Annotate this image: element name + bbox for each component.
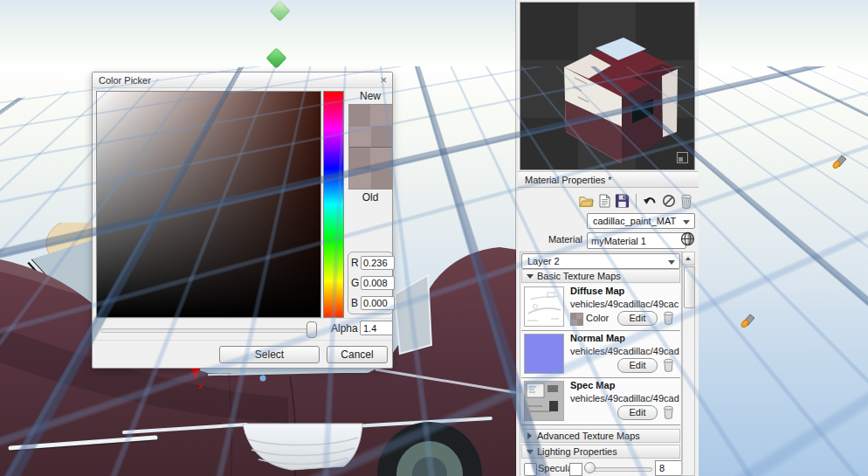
map-path: vehicles/49cadillac/49cad (570, 346, 679, 356)
red-channel-label: R (351, 257, 359, 269)
old-color-label: Old (348, 191, 392, 204)
color-picker-dialog: Color Picker × New Old R G B (92, 72, 393, 369)
material-select-value: cadillac_paint_MAT (593, 216, 676, 226)
trash-icon[interactable] (680, 194, 692, 209)
section-label: Lighting Properties (537, 446, 617, 457)
panel-title: Material Properties * (518, 171, 699, 188)
specular-slider-handle[interactable] (584, 462, 596, 473)
expand-preview-icon[interactable] (677, 152, 688, 163)
chevron-down-icon (668, 260, 675, 265)
material-name-label: Material (518, 234, 582, 245)
specular-slider-track[interactable] (588, 467, 652, 472)
diffuse-map-entry: Diffuse Map vehicles/49cadillac/49cac Co… (521, 284, 680, 331)
section-label: Advanced Texture Maps (537, 431, 640, 441)
panel-scrollbar[interactable] (682, 252, 695, 476)
diffuse-color-swatch[interactable] (570, 313, 583, 326)
material-name-input[interactable] (587, 232, 686, 249)
specular-color-swatch[interactable] (569, 463, 582, 476)
alpha-slider-handle[interactable] (307, 321, 317, 338)
spec-map-entry: Spec Map vehicles/49cadillac/49cad Edit (521, 378, 680, 425)
map-path: vehicles/49cadillac/49cad (570, 393, 679, 404)
edit-diffuse-button[interactable]: Edit (617, 311, 658, 326)
select-button[interactable]: Select (219, 346, 320, 363)
vertex-handle[interactable] (260, 376, 266, 382)
swatch-divider (349, 147, 392, 148)
spotlight-gizmo-right[interactable] (830, 153, 848, 169)
material-toolbar (578, 191, 692, 210)
scrollbar-thumb[interactable] (684, 266, 695, 308)
red-channel-input[interactable] (361, 256, 395, 270)
blue-channel-label: B (351, 297, 358, 309)
triangle-collapsed-icon (527, 432, 532, 439)
triangle-expanded-icon (527, 450, 534, 454)
green-channel-input[interactable] (361, 276, 395, 290)
dialog-titlebar[interactable]: Color Picker × (93, 72, 392, 88)
material-properties-panel: Material Properties * (516, 0, 699, 476)
axis-x-label: x (198, 382, 203, 390)
scroll-up-button[interactable] (683, 252, 694, 266)
alpha-input[interactable] (360, 321, 393, 335)
map-title: Normal Map (570, 333, 625, 343)
save-icon[interactable] (615, 194, 630, 208)
scroll-up-icon (685, 257, 691, 260)
saturation-value-field[interactable] (96, 91, 321, 318)
viewport-sky (0, 0, 868, 66)
undo-icon[interactable] (643, 195, 658, 208)
specular-row: Specular (521, 460, 680, 476)
normal-map-thumbnail[interactable] (524, 334, 564, 374)
alpha-label: Alpha (331, 322, 358, 335)
toolbar-separator (636, 194, 637, 209)
close-icon[interactable]: × (380, 72, 387, 87)
material-preview-3d[interactable] (520, 2, 695, 170)
layer-select-value: Layer 2 (527, 256, 560, 266)
layer-select[interactable]: Layer 2 (521, 253, 680, 269)
blue-channel-input[interactable] (361, 296, 395, 310)
preview-cube (520, 3, 694, 169)
green-channel-label: G (351, 277, 359, 289)
material-select[interactable]: cadillac_paint_MAT (587, 213, 695, 229)
specular-checkbox[interactable] (524, 463, 537, 476)
map-title: Diffuse Map (570, 286, 624, 296)
open-folder-icon[interactable] (578, 194, 595, 208)
cancel-button[interactable]: Cancel (327, 346, 388, 363)
new-document-icon[interactable] (599, 194, 610, 208)
normal-map-entry: Normal Map vehicles/49cadillac/49cad Edi… (521, 331, 680, 378)
section-advanced-texture-maps[interactable]: Advanced Texture Maps (521, 429, 680, 443)
dialog-buttons: Select Cancel (93, 340, 392, 369)
diffuse-map-thumbnail[interactable] (524, 286, 564, 327)
globe-icon[interactable] (680, 231, 695, 246)
application-window: x Color Picker × New Old R (0, 0, 868, 476)
triangle-expanded-icon (527, 274, 534, 279)
trash-icon[interactable] (663, 311, 674, 325)
trash-icon[interactable] (663, 405, 674, 419)
spec-map-thumbnail[interactable] (524, 381, 564, 421)
dialog-title: Color Picker (99, 75, 151, 86)
map-title: Spec Map (570, 380, 615, 390)
edit-normal-button[interactable]: Edit (617, 358, 658, 373)
trash-icon[interactable] (663, 358, 674, 372)
alpha-slider-track[interactable] (100, 328, 316, 333)
new-old-color-swatch (348, 104, 393, 190)
alpha-row: Alpha (93, 318, 392, 340)
panel-scroll-content: Layer 2 Basic Texture Maps (520, 252, 682, 476)
hue-slider[interactable] (323, 91, 344, 318)
rgb-fields: R G B (348, 252, 394, 314)
section-lighting-properties[interactable]: Lighting Properties (521, 445, 680, 459)
chevron-down-icon (683, 220, 690, 224)
diffuse-color-label: Color (586, 313, 609, 323)
specular-value-input[interactable] (655, 460, 682, 476)
edit-spec-button[interactable]: Edit (617, 405, 658, 420)
section-basic-texture-maps[interactable]: Basic Texture Maps (521, 269, 680, 283)
new-color-label: New (348, 90, 392, 102)
spotlight-gizmo-left[interactable] (739, 312, 756, 328)
no-entry-icon[interactable] (662, 194, 676, 208)
map-path: vehicles/49cadillac/49cac (570, 299, 679, 309)
section-label: Basic Texture Maps (537, 271, 621, 281)
